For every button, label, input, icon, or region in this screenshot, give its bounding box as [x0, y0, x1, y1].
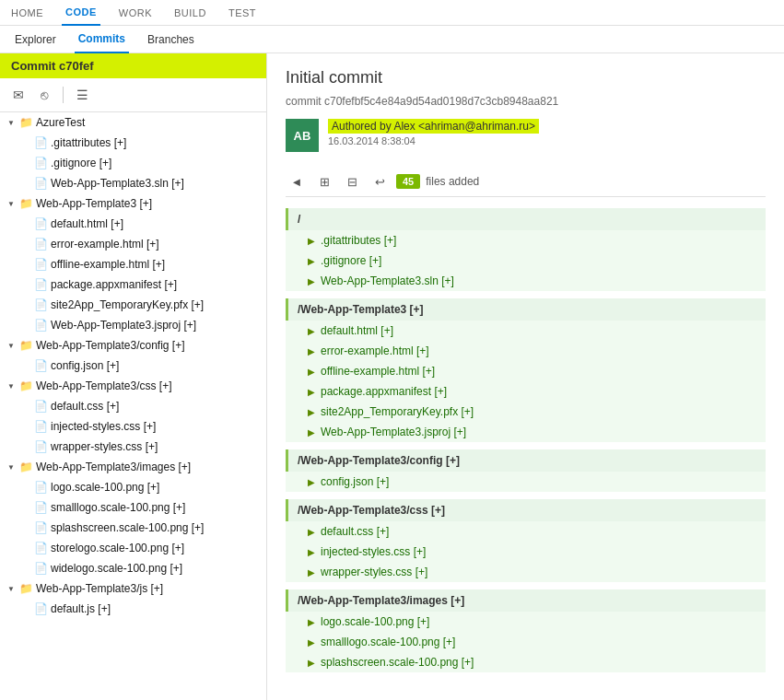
- commit-hash: commit c70fefbf5c4e84a9d54ad0198d7c3cb89…: [286, 95, 766, 108]
- nav-code[interactable]: CODE: [62, 0, 100, 26]
- file-icon: 📄: [33, 277, 48, 292]
- file-name[interactable]: Web-App-Template3.sln [+]: [321, 274, 454, 287]
- file-icon: 📄: [33, 500, 48, 515]
- tree-item-config-json[interactable]: 📄config.json [+]: [0, 356, 266, 376]
- file-icon: 📄: [33, 419, 48, 434]
- tree-item-widelogo-png[interactable]: 📄widelogo.scale-100.png [+]: [0, 558, 266, 578]
- tree-item-gitattributes[interactable]: 📄.gitattributes [+]: [0, 133, 266, 153]
- tree-item-default-js[interactable]: 📄default.js [+]: [0, 599, 266, 619]
- collapse-button[interactable]: ⊟: [341, 170, 363, 192]
- tree-item-injected-css[interactable]: 📄injected-styles.css [+]: [0, 416, 266, 437]
- folder-icon: 📁: [18, 196, 33, 211]
- tree-item-offline-html[interactable]: 📄offline-example.html [+]: [0, 254, 266, 274]
- file-arrow-icon: ▶: [308, 527, 315, 537]
- nav-work[interactable]: WORK: [115, 0, 156, 26]
- tree-item-gitignore[interactable]: 📄.gitignore [+]: [0, 153, 266, 173]
- subnav-explorer[interactable]: Explorer: [11, 26, 60, 53]
- subnav-branches[interactable]: Branches: [144, 26, 198, 53]
- section-file[interactable]: ▶.gitignore [+]: [286, 251, 766, 271]
- folder-icon: 📁: [18, 338, 33, 353]
- section-file[interactable]: ▶smalllogo.scale-100.png [+]: [286, 632, 766, 652]
- tree-item-wrapper-css[interactable]: 📄wrapper-styles.css [+]: [0, 437, 266, 457]
- section-file[interactable]: ▶logo.scale-100.png [+]: [286, 612, 766, 632]
- tree-item-package-appx[interactable]: 📄package.appxmanifest [+]: [0, 274, 266, 295]
- tree-item-css-folder[interactable]: ▼📁Web-App-Template3/css [+]: [0, 376, 266, 396]
- tree-expand-icon: [18, 318, 33, 332]
- main-layout: Commit c70fef ✉ ⎋ ☰ ▼📁AzureTest📄.gitattr…: [0, 53, 784, 700]
- tree-item-logo-png[interactable]: 📄logo.scale-100.png [+]: [0, 477, 266, 497]
- tree-item-storelogo-png[interactable]: 📄storelogo.scale-100.png [+]: [0, 538, 266, 558]
- tree-item-images-folder[interactable]: ▼📁Web-App-Template3/images [+]: [0, 457, 266, 477]
- tree-item-default-html[interactable]: 📄default.html [+]: [0, 214, 266, 234]
- tree-item-error-html[interactable]: 📄error-example.html [+]: [0, 234, 266, 254]
- tree-item-default-css[interactable]: 📄default.css [+]: [0, 396, 266, 416]
- tree-label: logo.scale-100.png [+]: [51, 481, 159, 494]
- diff-button[interactable]: ↩: [369, 170, 391, 192]
- section-file[interactable]: ▶package.appxmanifest [+]: [286, 381, 766, 402]
- tree-item-splash-png[interactable]: 📄splashscreen.scale-100.png [+]: [0, 518, 266, 538]
- file-name[interactable]: injected-styles.css [+]: [321, 545, 426, 558]
- file-arrow-icon: ▶: [308, 407, 315, 417]
- file-arrow-icon: ▶: [308, 617, 315, 627]
- file-name[interactable]: logo.scale-100.png [+]: [321, 615, 429, 628]
- file-icon: 📄: [33, 480, 48, 495]
- tree-expand-icon: [18, 298, 33, 312]
- tree-expand-icon: ▼: [4, 379, 18, 393]
- expand-button[interactable]: ⊞: [313, 170, 335, 192]
- section-file[interactable]: ▶wrapper-styles.css [+]: [286, 562, 766, 582]
- file-arrow-icon: ▶: [308, 567, 315, 578]
- section-file[interactable]: ▶splashscreen.scale-100.png [+]: [286, 652, 766, 672]
- tree-item-config-folder[interactable]: ▼📁Web-App-Template3/config [+]: [0, 335, 266, 356]
- tree-label: default.js [+]: [51, 602, 111, 615]
- section-config: /Web-App-Template3/config [+]▶config.jso…: [286, 449, 766, 492]
- file-name[interactable]: error-example.html [+]: [321, 344, 429, 357]
- email-button[interactable]: ✉: [7, 84, 29, 106]
- tree-item-site2app[interactable]: 📄site2App_TemporaryKey.pfx [+]: [0, 295, 266, 315]
- tree-item-webapp-sln[interactable]: 📄Web-App-Template3.sln [+]: [0, 173, 266, 193]
- section-file[interactable]: ▶site2App_TemporaryKey.pfx [+]: [286, 402, 766, 422]
- file-icon: 📄: [33, 135, 48, 150]
- tree-expand-icon: ▼: [4, 460, 18, 474]
- file-name[interactable]: splashscreen.scale-100.png [+]: [321, 656, 474, 669]
- file-name[interactable]: Web-App-Template3.jsproj [+]: [321, 426, 466, 438]
- collapse-all-button[interactable]: ◄: [286, 170, 308, 192]
- section-file[interactable]: ▶Web-App-Template3.jsproj [+]: [286, 422, 766, 442]
- file-name[interactable]: .gitignore [+]: [321, 254, 381, 267]
- section-file[interactable]: ▶injected-styles.css [+]: [286, 542, 766, 562]
- folder-icon: 📁: [18, 581, 33, 596]
- tree-item-webapp-jsproj[interactable]: 📄Web-App-Template3.jsproj [+]: [0, 315, 266, 335]
- tree-item-webapp-template3[interactable]: ▼📁Web-App-Template3 [+]: [0, 193, 266, 214]
- file-name[interactable]: offline-example.html [+]: [321, 365, 435, 378]
- tree-item-smalllogo-png[interactable]: 📄smalllogo.scale-100.png [+]: [0, 497, 266, 518]
- file-name[interactable]: package.appxmanifest [+]: [321, 385, 447, 398]
- nav-test[interactable]: TEST: [225, 0, 260, 26]
- section-file[interactable]: ▶config.json [+]: [286, 472, 766, 492]
- tree-item-azuretest-root[interactable]: ▼📁AzureTest: [0, 112, 266, 133]
- section-file[interactable]: ▶offline-example.html [+]: [286, 361, 766, 381]
- file-name[interactable]: config.json [+]: [321, 475, 389, 488]
- tree-expand-icon: [18, 601, 33, 616]
- file-name[interactable]: site2App_TemporaryKey.pfx [+]: [321, 405, 474, 418]
- file-name[interactable]: default.css [+]: [321, 525, 389, 538]
- tree-item-js-folder[interactable]: ▼📁Web-App-Template3/js [+]: [0, 578, 266, 599]
- nav-build[interactable]: BUILD: [170, 0, 210, 26]
- section-file[interactable]: ▶error-example.html [+]: [286, 341, 766, 361]
- file-name[interactable]: default.html [+]: [321, 324, 393, 337]
- section-file[interactable]: ▶default.css [+]: [286, 521, 766, 542]
- tree-expand-icon: [18, 480, 33, 495]
- section-file[interactable]: ▶Web-App-Template3.sln [+]: [286, 271, 766, 291]
- tree-label: .gitignore [+]: [51, 157, 111, 169]
- file-name[interactable]: .gitattributes [+]: [321, 234, 396, 247]
- section-file[interactable]: ▶.gitattributes [+]: [286, 230, 766, 251]
- file-name[interactable]: wrapper-styles.css [+]: [321, 566, 427, 578]
- menu-button[interactable]: ☰: [71, 84, 93, 106]
- subnav-commits[interactable]: Commits: [75, 26, 129, 53]
- section-file[interactable]: ▶default.html [+]: [286, 321, 766, 341]
- tree-label: config.json [+]: [51, 359, 119, 372]
- file-icon: 📄: [33, 520, 48, 535]
- nav-home[interactable]: HOME: [7, 0, 47, 26]
- tree-label: Web-App-Template3/config [+]: [36, 339, 185, 352]
- share-button[interactable]: ⎋: [33, 84, 55, 106]
- file-name[interactable]: smalllogo.scale-100.png [+]: [321, 636, 455, 648]
- tree-expand-icon: [18, 216, 33, 231]
